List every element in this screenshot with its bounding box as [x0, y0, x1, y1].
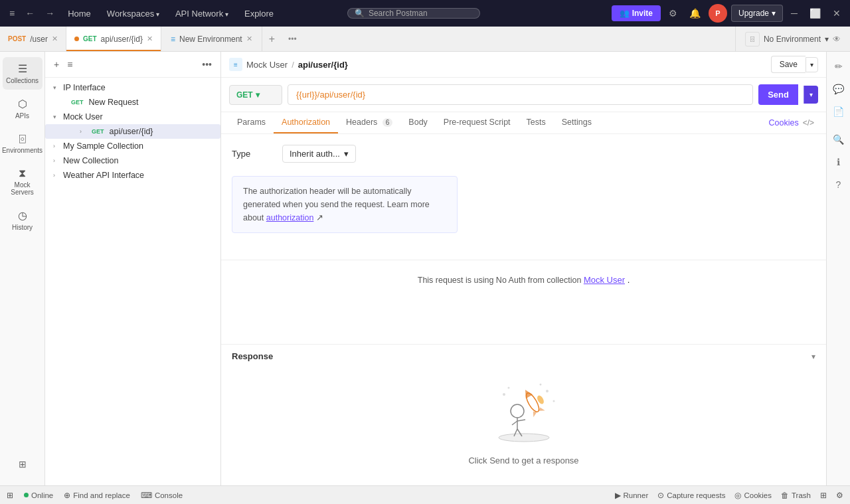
bottom-settings-button[interactable]: ⚙: [836, 491, 843, 500]
auth-info-link[interactable]: authorization: [266, 213, 314, 222]
add-tab-button[interactable]: +: [262, 27, 282, 51]
auth-type-select[interactable]: Inherit auth... ▾: [282, 145, 356, 163]
right-help-button[interactable]: ?: [829, 175, 848, 194]
upgrade-button[interactable]: Upgrade ▾: [731, 5, 783, 22]
send-button[interactable]: Send: [758, 84, 798, 105]
no-auth-period: .: [628, 275, 630, 285]
code-snippet-button[interactable]: </>: [799, 116, 818, 130]
save-dropdown-button[interactable]: ▾: [806, 57, 818, 72]
response-title: Response: [232, 351, 811, 361]
breadcrumb-icon: ≡: [229, 58, 242, 71]
home-nav-button[interactable]: Home: [61, 6, 98, 21]
find-replace-button[interactable]: ⊕ Find and replace: [64, 491, 130, 500]
tree-item-mock-user[interactable]: ▾ Mock User: [45, 110, 220, 124]
back-button[interactable]: ←: [21, 5, 39, 21]
search-bar[interactable]: 🔍 Search Postman: [347, 8, 480, 19]
notifications-button[interactable]: 🔔: [685, 5, 705, 21]
runner-button[interactable]: ▶ Runner: [615, 491, 649, 500]
right-info-button[interactable]: ℹ: [829, 153, 848, 171]
add-collection-button[interactable]: +: [52, 57, 61, 72]
right-docs-button[interactable]: 📄: [829, 102, 848, 121]
arrow-weather-api: ›: [53, 172, 60, 179]
sidebar-footer-icon[interactable]: ⊞: [12, 454, 33, 475]
sidebar-item-apis[interactable]: ⬡ APIs: [3, 92, 42, 125]
right-search-button[interactable]: 🔍: [829, 130, 848, 149]
settings-nav-button[interactable]: ⚙: [665, 5, 681, 21]
tree-item-api-user-id[interactable]: › GET api/user/{id}: [45, 124, 220, 139]
capture-icon: ⊙: [657, 491, 664, 500]
capture-requests-button[interactable]: ⊙ Capture requests: [657, 491, 725, 500]
filter-collections-button[interactable]: ≡: [65, 57, 74, 72]
tab-close-icon[interactable]: ✕: [147, 35, 153, 43]
tab-get-user-id[interactable]: GET api/user/{id} ✕: [66, 27, 161, 51]
runner-icon: ▶: [615, 491, 621, 500]
right-edit-button[interactable]: ✏: [829, 57, 848, 76]
console-button[interactable]: ⌨ Console: [141, 491, 183, 500]
grid-button[interactable]: ⊞: [820, 491, 827, 500]
tab-body[interactable]: Body: [400, 112, 436, 133]
user-avatar[interactable]: P: [709, 4, 727, 23]
api-network-nav-button[interactable]: API Network: [169, 6, 235, 21]
hamburger-menu-button[interactable]: ≡: [5, 5, 19, 21]
console-label: Console: [155, 491, 183, 499]
collection-tree: ▾ IP Interface GET New Request ▾ Mock Us…: [45, 78, 220, 485]
response-section: Response ▾: [221, 344, 826, 485]
sidebar-item-collections[interactable]: ☰ Collections: [3, 57, 42, 90]
maximize-button[interactable]: ⬜: [806, 5, 825, 21]
sidebar-item-label: Environments: [2, 147, 42, 154]
method-select[interactable]: GET ▾: [229, 85, 282, 105]
tab-post-user[interactable]: POST /user ✕: [0, 27, 66, 51]
tab-close-icon[interactable]: ✕: [52, 35, 58, 43]
env-eye-icon[interactable]: 👁: [833, 35, 841, 44]
sidebar-item-history[interactable]: ◷ History: [3, 204, 42, 236]
tree-item-new-collection[interactable]: › New Collection: [45, 153, 220, 168]
send-dropdown-button[interactable]: ▾: [804, 86, 818, 104]
tabs-bar: POST /user ✕ GET api/user/{id} ✕ ≡ New E…: [0, 27, 850, 52]
invite-button[interactable]: 👥 Invite: [612, 5, 661, 21]
tab-settings[interactable]: Settings: [554, 112, 600, 133]
capture-label: Capture requests: [667, 491, 725, 499]
right-comment-button[interactable]: 💬: [829, 80, 848, 98]
svg-line-3: [512, 421, 517, 425]
headers-badge: 6: [382, 118, 393, 127]
request-tabs: Params Authorization Headers 6 Body Pre-…: [221, 112, 826, 134]
url-input[interactable]: [288, 84, 753, 105]
more-collections-button[interactable]: •••: [200, 57, 214, 72]
close-button[interactable]: ✕: [829, 5, 845, 21]
tree-item-new-request[interactable]: GET New Request: [45, 95, 220, 110]
sidebar-item-environments[interactable]: ⌻ Environments: [3, 127, 42, 159]
workspaces-nav-button[interactable]: Workspaces: [100, 6, 166, 21]
sidebar-item-mock-servers[interactable]: ⧗ Mock Servers: [3, 162, 42, 201]
tab-params[interactable]: Params: [229, 112, 274, 133]
tab-authorization[interactable]: Authorization: [274, 112, 338, 133]
trash-button[interactable]: 🗑 Trash: [781, 491, 811, 499]
auth-type-row: Type Inherit auth... ▾: [232, 145, 815, 163]
tree-item-weather-api[interactable]: › Weather API Interface: [45, 168, 220, 183]
tree-item-ip-interface[interactable]: ▾ IP Interface: [45, 80, 220, 95]
tab-new-environment[interactable]: ≡ New Environment ✕: [161, 27, 262, 51]
no-auth-collection-link[interactable]: Mock User: [584, 275, 625, 285]
svg-marker-8: [521, 388, 532, 398]
svg-point-13: [546, 390, 549, 392]
cookies-link[interactable]: Cookies: [768, 118, 798, 127]
online-status[interactable]: Online: [24, 491, 53, 499]
more-tabs-button[interactable]: •••: [282, 27, 303, 51]
env-tab-close-icon[interactable]: ✕: [246, 35, 252, 43]
minimize-button[interactable]: ─: [787, 5, 802, 21]
runner-label: Runner: [624, 491, 649, 499]
explore-nav-button[interactable]: Explore: [238, 6, 280, 21]
tree-item-my-sample[interactable]: › My Sample Collection: [45, 139, 220, 153]
layout-toggle-button[interactable]: ⊞: [7, 491, 13, 500]
forward-button[interactable]: →: [41, 5, 58, 21]
cookies-button[interactable]: ◎ Cookies: [734, 491, 772, 500]
response-header[interactable]: Response ▾: [232, 351, 815, 361]
no-auth-msg: This request is using No Auth from colle…: [418, 276, 584, 285]
environment-selector[interactable]: ⌻ No Environment ▾ 👁: [735, 27, 850, 51]
tab-pre-request-script[interactable]: Pre-request Script: [436, 112, 519, 133]
save-button[interactable]: Save: [771, 56, 806, 73]
tab-tests[interactable]: Tests: [519, 112, 554, 133]
arrow-api-user: ›: [80, 128, 86, 135]
tab-headers[interactable]: Headers 6: [338, 112, 400, 133]
sidebar-item-label: Collections: [6, 77, 39, 84]
trash-label: Trash: [792, 491, 811, 499]
